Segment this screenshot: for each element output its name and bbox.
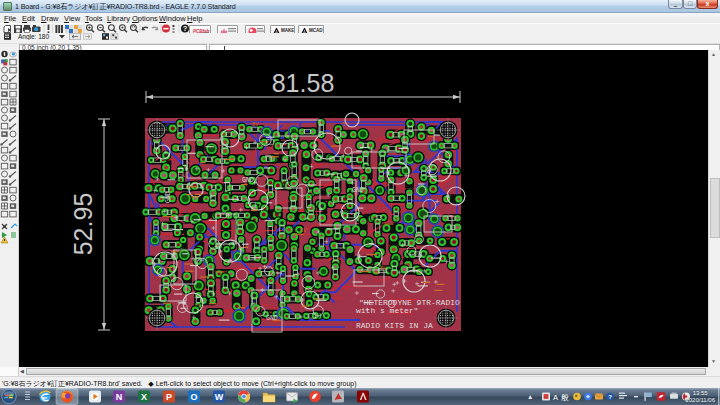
svg-text:Angle: 180: Angle: 180 <box>18 33 49 40</box>
svg-text:GND: GND <box>165 191 172 203</box>
svg-text:GND: GND <box>352 187 364 194</box>
svg-text:5V: 5V <box>342 121 349 128</box>
svg-text:52.95: 52.95 <box>69 193 97 256</box>
svg-text:5V: 5V <box>380 265 387 272</box>
svg-text:P: P <box>166 392 172 402</box>
svg-text:般: 般 <box>561 393 569 402</box>
svg-text:GND: GND <box>242 177 254 184</box>
svg-text:with s meter": with s meter" <box>356 306 418 315</box>
svg-text:N: N <box>116 392 123 402</box>
svg-text:A: A <box>553 393 558 402</box>
svg-text:GND: GND <box>266 315 278 322</box>
svg-text:▲: ▲ <box>527 393 533 400</box>
svg-text:5V: 5V <box>300 227 307 234</box>
svg-text:81.58: 81.58 <box>272 69 335 97</box>
svg-text:W: W <box>215 392 224 402</box>
svg-text:X: X <box>141 392 147 402</box>
svg-text:O: O <box>190 392 197 402</box>
svg-text:RADIO KITS IN JA: RADIO KITS IN JA <box>356 321 433 330</box>
svg-text:5V: 5V <box>252 121 259 128</box>
svg-text:?: ? <box>608 394 612 400</box>
